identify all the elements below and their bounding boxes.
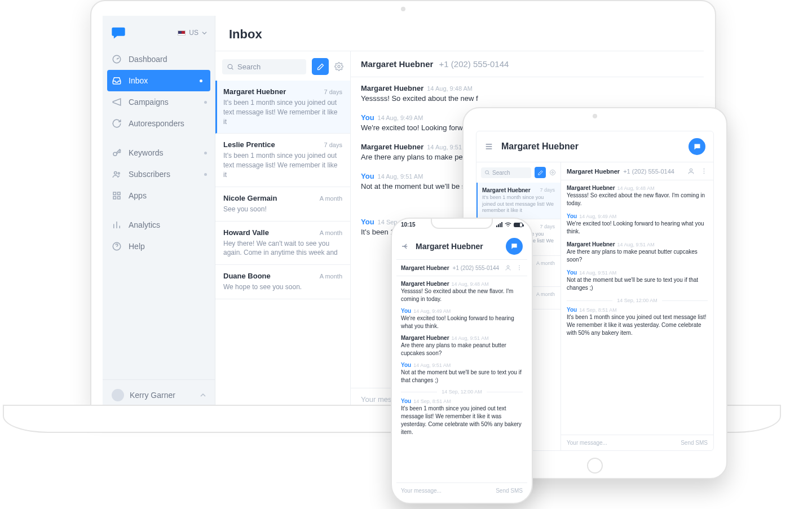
svg-point-19: [519, 265, 520, 267]
more-button[interactable]: [516, 264, 523, 271]
conversation-header: Margaret Huebner +1 (202) 555-0144: [561, 162, 713, 180]
svg-point-9: [228, 64, 232, 69]
sidebar: US Dashboard Inbox: [103, 16, 215, 410]
nav-dashboard[interactable]: Dashboard: [103, 48, 215, 70]
svg-point-1: [113, 152, 117, 156]
more-vertical-icon: [700, 167, 708, 175]
contact-button[interactable]: [505, 264, 511, 271]
back-button[interactable]: [401, 242, 410, 251]
home-button[interactable]: [587, 458, 603, 473]
nav-label: Keywords: [129, 148, 163, 157]
search-icon: [484, 170, 490, 175]
thread-time: A month: [320, 195, 342, 202]
send-button[interactable]: Send SMS: [496, 488, 523, 494]
svg-point-10: [338, 65, 340, 68]
svg-point-2: [114, 172, 117, 175]
thread-item[interactable]: Leslie Prentice7 days It's been 1 month …: [215, 134, 350, 187]
thread-item[interactable]: Nicole GermainA month See you soon!: [215, 187, 350, 222]
thread-name: Howard Valle: [223, 228, 269, 237]
phone-device: 10:15 Margaret Huebner Margaret Huebner …: [391, 218, 533, 504]
settings-button[interactable]: [549, 169, 556, 176]
thread-item[interactable]: Margaret Huebner7 days It's been 1 month…: [215, 81, 350, 134]
battery-icon: [514, 223, 523, 227]
search-input[interactable]: Search: [222, 59, 306, 74]
thread-time: A month: [320, 229, 342, 236]
tablet-conversation: Margaret Huebner +1 (202) 555-0144 Marga…: [561, 162, 713, 450]
contact-button[interactable]: [687, 167, 695, 175]
wifi-icon: [505, 222, 511, 227]
dashboard-icon: [112, 54, 122, 64]
svg-point-14: [690, 169, 692, 171]
person-icon: [505, 264, 511, 271]
thread-list: Search Margaret Huebner7 days: [215, 51, 351, 410]
chat-icon: [510, 242, 518, 250]
svg-rect-7: [118, 197, 121, 200]
search-input[interactable]: Search: [481, 167, 531, 178]
page-title: Inbox: [215, 16, 704, 51]
date-separator: 14 Sep, 12:00 AM: [401, 389, 523, 395]
camera-dot: [401, 7, 405, 11]
nav-subscribers[interactable]: Subscribers: [103, 163, 215, 185]
svg-rect-5: [118, 192, 121, 195]
nav-label: Campaigns: [129, 98, 169, 107]
svg-rect-6: [113, 197, 116, 200]
more-button[interactable]: [700, 167, 708, 175]
nav-label: Help: [129, 242, 145, 251]
chat-fab[interactable]: [506, 238, 523, 255]
message-composer[interactable]: Your message... Send SMS: [396, 483, 527, 498]
nav-label: Inbox: [129, 76, 148, 85]
tablet-title: Margaret Huebner: [501, 141, 681, 152]
nav-keywords[interactable]: Keywords: [103, 142, 215, 163]
chat-icon: [693, 143, 701, 151]
message: Margaret Huebner14 Aug, 9:48 AMYesssss! …: [361, 84, 694, 104]
nav-apps[interactable]: Apps: [103, 185, 215, 206]
inbox-icon: [112, 76, 122, 86]
nav-help[interactable]: Help: [103, 236, 215, 257]
thread-preview: It's been 1 month since you joined out t…: [223, 151, 342, 179]
settings-button[interactable]: [334, 62, 343, 71]
signal-icon: [496, 222, 502, 227]
svg-point-20: [519, 267, 520, 268]
compose-button[interactable]: [312, 58, 329, 75]
thread-item[interactable]: Margaret Huebner7 daysIt's been 1 month …: [476, 183, 561, 219]
nav-label: Autoresponders: [129, 119, 184, 128]
search-icon: [227, 63, 234, 70]
thread-preview: We hope to see you soon.: [223, 282, 342, 292]
svg-point-3: [118, 172, 120, 174]
svg-point-17: [704, 172, 705, 174]
thread-name: Leslie Prentice: [223, 140, 275, 149]
nav-analytics[interactable]: Analytics: [103, 214, 215, 236]
menu-button[interactable]: [484, 142, 493, 151]
nav-campaigns[interactable]: Campaigns: [103, 91, 215, 113]
svg-rect-4: [113, 192, 116, 195]
thread-name: Margaret Huebner: [223, 87, 286, 96]
person-icon: [687, 167, 695, 175]
subscribers-icon: [112, 169, 122, 179]
chat-fab[interactable]: [689, 138, 705, 155]
gear-icon: [334, 62, 343, 71]
phone-subheader: Margaret Huebner +1 (202) 555-0144: [396, 260, 527, 276]
badge-dot: [204, 101, 207, 104]
compose-icon: [537, 170, 544, 176]
nav-autoresponders[interactable]: Autoresponders: [103, 113, 215, 134]
unread-dot: [200, 79, 202, 82]
send-button[interactable]: Send SMS: [681, 440, 708, 446]
phone-header: Margaret Huebner: [396, 233, 527, 260]
svg-point-18: [507, 265, 509, 268]
apps-icon: [112, 191, 122, 201]
thread-item[interactable]: Duane BooneA month We hope to see you so…: [215, 265, 350, 299]
camera-dot: [593, 114, 597, 118]
thread-item[interactable]: Howard ValleA month Hey there! We can't …: [215, 222, 350, 265]
phone-app: Margaret Huebner Margaret Huebner +1 (20…: [396, 233, 527, 483]
status-bar: 10:15: [401, 222, 523, 228]
analytics-icon: [112, 220, 122, 230]
nav-inbox[interactable]: Inbox: [107, 70, 210, 91]
svg-point-16: [704, 171, 705, 172]
gear-icon: [549, 169, 556, 176]
app-logo: [111, 25, 126, 41]
svg-point-21: [519, 269, 520, 271]
message-composer[interactable]: Your message... Send SMS: [561, 435, 713, 450]
thread-preview: Hey there! We can't wait to see you agai…: [223, 239, 342, 258]
compose-button[interactable]: [535, 167, 546, 178]
locale-switcher[interactable]: US: [178, 29, 207, 37]
